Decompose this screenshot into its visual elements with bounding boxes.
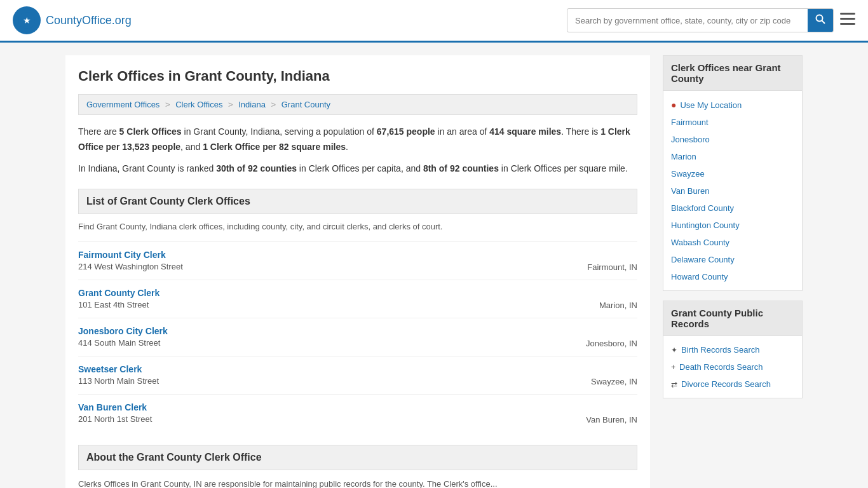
- public-records-box: Grant County Public Records ✦ Birth Reco…: [663, 301, 803, 398]
- office-link[interactable]: Grant County Clerk: [78, 288, 159, 298]
- search-button[interactable]: [808, 9, 833, 32]
- office-address: 414 South Main Street: [78, 338, 168, 348]
- office-entry: Van Buren Clerk 201 North 1st Street Van…: [78, 394, 637, 432]
- nearby-fairmount[interactable]: Fairmount: [663, 114, 802, 131]
- logo-area: ★ CountyOffice.org: [13, 6, 132, 34]
- nearby-marion[interactable]: Marion: [663, 148, 802, 165]
- logo-icon: ★: [13, 6, 41, 34]
- office-entry: Fairmount City Clerk 214 West Washington…: [78, 241, 637, 280]
- nearby-header: Clerk Offices near Grant County: [663, 56, 802, 91]
- offices-list: Fairmount City Clerk 214 West Washington…: [78, 241, 637, 432]
- svg-rect-6: [840, 23, 855, 25]
- use-my-location-link[interactable]: ● Use My Location: [663, 96, 802, 114]
- svg-line-3: [822, 21, 825, 24]
- header-right: [567, 8, 855, 32]
- location-icon: ●: [671, 100, 676, 110]
- nearby-howard-county[interactable]: Howard County: [663, 268, 802, 285]
- logo-text: CountyOffice.org: [46, 14, 132, 27]
- content-area: Clerk Offices in Grant County, Indiana G…: [65, 55, 650, 488]
- area: 414: [489, 126, 504, 137]
- svg-text:★: ★: [23, 15, 31, 25]
- office-link[interactable]: Sweetser Clerk: [78, 364, 142, 374]
- list-section-header: List of Grant County Clerk Offices: [78, 189, 637, 214]
- death-records-link[interactable]: + Death Records Search: [663, 358, 802, 376]
- nearby-jonesboro[interactable]: Jonesboro: [663, 131, 802, 148]
- ranking-paragraph: In Indiana, Grant County is ranked 30th …: [78, 161, 637, 177]
- main-layout: Clerk Offices in Grant County, Indiana G…: [53, 43, 815, 488]
- list-section-description: Find Grant County, Indiana clerk offices…: [78, 222, 637, 231]
- logo-tld: Office.org: [82, 14, 132, 27]
- nearby-huntington-county[interactable]: Huntington County: [663, 217, 802, 234]
- page-title: Clerk Offices in Grant County, Indiana: [78, 68, 637, 85]
- birth-records-icon: ✦: [671, 346, 677, 355]
- menu-button[interactable]: [840, 13, 855, 28]
- office-link[interactable]: Van Buren Clerk: [78, 402, 147, 412]
- about-section: About the Grant County Clerk Office Cler…: [78, 445, 637, 488]
- birth-records-label: Birth Records Search: [681, 345, 760, 355]
- svg-rect-4: [840, 13, 855, 15]
- logo-name: County: [46, 14, 82, 27]
- office-address: 214 West Washington Street: [78, 262, 183, 271]
- breadcrumb-indiana[interactable]: Indiana: [238, 100, 266, 109]
- office-entry: Grant County Clerk 101 East 4th Street M…: [78, 280, 637, 318]
- site-header: ★ CountyOffice.org: [0, 0, 868, 43]
- death-records-icon: +: [671, 363, 675, 372]
- use-my-location-label: Use My Location: [680, 100, 742, 110]
- about-section-header: About the Grant County Clerk Office: [78, 445, 637, 470]
- nearby-wabash-county[interactable]: Wabash County: [663, 234, 802, 251]
- stats-paragraph: There are 5 Clerk Offices in Grant Count…: [78, 125, 637, 155]
- nearby-van-buren[interactable]: Van Buren: [663, 182, 802, 200]
- office-city: Van Buren, IN: [586, 402, 637, 424]
- nearby-body: ● Use My Location Fairmount Jonesboro Ma…: [663, 91, 802, 290]
- office-address: 113 North Main Street: [78, 376, 159, 386]
- office-city: Jonesboro, IN: [586, 326, 637, 348]
- svg-point-2: [817, 15, 823, 22]
- search-input[interactable]: [567, 11, 808, 30]
- divorce-records-label: Divorce Records Search: [681, 379, 771, 389]
- death-records-label: Death Records Search: [679, 362, 763, 372]
- per-miles: 82: [279, 142, 289, 152]
- breadcrumb-grant-county[interactable]: Grant County: [281, 100, 330, 109]
- per-sqmile-rank: 8th: [423, 163, 437, 173]
- office-city: Fairmount, IN: [587, 250, 637, 272]
- per-people: 13,523: [122, 142, 149, 152]
- population: 67,615: [377, 126, 404, 137]
- office-entry: Jonesboro City Clerk 414 South Main Stre…: [78, 318, 637, 356]
- search-bar: [567, 8, 834, 32]
- office-city: Marion, IN: [599, 288, 637, 310]
- per-capita-rank: 30th: [216, 163, 234, 173]
- breadcrumb-clerk-offices[interactable]: Clerk Offices: [175, 100, 222, 109]
- birth-records-link[interactable]: ✦ Birth Records Search: [663, 341, 802, 358]
- divorce-records-icon: ⇄: [671, 380, 677, 389]
- office-link[interactable]: Jonesboro City Clerk: [78, 326, 168, 336]
- nearby-blackford-county[interactable]: Blackford County: [663, 200, 802, 217]
- public-records-body: ✦ Birth Records Search + Death Records S…: [663, 336, 802, 398]
- office-address: 101 East 4th Street: [78, 300, 159, 309]
- divorce-records-link[interactable]: ⇄ Divorce Records Search: [663, 376, 802, 393]
- office-city: Swayzee, IN: [591, 364, 637, 386]
- office-link[interactable]: Fairmount City Clerk: [78, 250, 166, 260]
- nearby-box: Clerk Offices near Grant County ● Use My…: [663, 55, 803, 291]
- public-records-header: Grant County Public Records: [663, 301, 802, 336]
- office-address: 201 North 1st Street: [78, 414, 152, 424]
- nearby-swayzee[interactable]: Swayzee: [663, 165, 802, 182]
- svg-rect-5: [840, 18, 855, 20]
- about-text: Clerks Offices in Grant County, IN are r…: [78, 478, 637, 488]
- sidebar: Clerk Offices near Grant County ● Use My…: [663, 55, 803, 488]
- office-entry: Sweetser Clerk 113 North Main Street Swa…: [78, 356, 637, 394]
- breadcrumb: Government Offices > Clerk Offices > Ind…: [78, 94, 637, 115]
- nearby-delaware-county[interactable]: Delaware County: [663, 251, 802, 268]
- breadcrumb-government-offices[interactable]: Government Offices: [86, 100, 159, 109]
